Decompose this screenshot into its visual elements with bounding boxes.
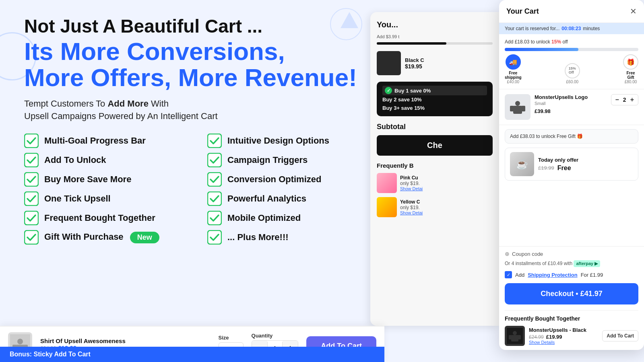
bg-freq-price: only $19.	[400, 205, 493, 210]
cart-panel-main: Your Cart ✕ Your cart is reserved for...…	[499, 0, 644, 350]
check-icon	[207, 172, 222, 187]
svg-rect-11	[208, 230, 221, 244]
svg-rect-2	[25, 153, 38, 167]
unlock-gift-bar: Add £38.03 to unlock Free Gift 🎁	[505, 129, 638, 144]
fbt-add-to-cart-button[interactable]: Add To Cart	[602, 330, 638, 341]
shipping-protection-checkbox[interactable]: ✓	[505, 271, 512, 278]
feature-frequent: Frequent Bought Together	[24, 211, 191, 225]
bg-freq-item-pink: Pink Cu only $19. Show Detai	[377, 173, 493, 193]
check-icon	[24, 211, 39, 225]
checkout-button[interactable]: Checkout • £41.97	[505, 283, 638, 304]
feature-label: Multi-Goal Progress Bar	[44, 136, 146, 146]
bg-product-price: $19.95	[405, 63, 424, 70]
quantity-increase-button[interactable]: +	[630, 96, 635, 103]
coupon-icon: ⊕	[505, 251, 510, 257]
fbt-item-row: MonsterUpsells - Black £24.99 £19.99 Sho…	[505, 326, 638, 346]
svg-rect-9	[208, 211, 221, 225]
cart-panel-background: You... Add $3.99 t Black C $19.95 ✓ Buy …	[370, 12, 499, 326]
feature-conversion: Conversion Optimized	[207, 172, 374, 187]
feature-label: Powerful Analytics	[227, 193, 306, 204]
fbt-item-info: MonsterUpsells - Black £24.99 £19.99 Sho…	[529, 327, 598, 345]
check-icon	[24, 134, 39, 148]
feature-gift-label: Gift With Purchase New	[44, 232, 159, 243]
bg-freq-price: only $19.	[400, 181, 493, 186]
feature-one-tick: One Tick Upsell	[24, 191, 191, 206]
cart-title: Your Cart	[506, 7, 539, 16]
milestone-free-gift: 🎁 FreeGift £80.00	[623, 54, 638, 84]
fbt-show-details[interactable]: Show Details	[529, 340, 598, 345]
frequently-bought-together-section: Frequently Bought Together Monst	[505, 310, 638, 346]
svg-point-23	[17, 339, 23, 344]
svg-rect-16	[521, 106, 525, 111]
svg-rect-3	[208, 153, 221, 167]
quantity-value: 2	[623, 97, 626, 103]
new-badge: New	[130, 232, 159, 243]
buy-save-item-2: Buy 2 save 10%	[382, 95, 487, 104]
sticky-quantity-label: Quantity	[252, 333, 299, 339]
feature-label: Conversion Optimized	[227, 174, 321, 185]
feature-intuitive: Intuitive Design Options	[207, 134, 374, 148]
shipping-protection-link[interactable]: Shipping Protection	[528, 272, 578, 278]
today-offer-info: Today only offer £19.99 Free	[538, 157, 633, 172]
feature-label: Intuitive Design Options	[227, 136, 329, 146]
today-offer-section: ☕ Today only offer £19.99 Free	[505, 148, 638, 181]
milestone-icon-gift: 🎁	[623, 54, 638, 70]
svg-rect-14	[513, 106, 522, 114]
cart-quantity-control: − 2 +	[611, 94, 638, 105]
cart-item-row: MonsterUpsells Logo Small £39.98 − 2 +	[499, 89, 644, 125]
bg-freq-image-yellow	[377, 197, 397, 217]
afterpay-badge: afterpay ▶	[574, 260, 600, 267]
bg-freq-info-pink: Pink Cu only $19. Show Detai	[400, 175, 493, 191]
check-icon	[24, 172, 39, 187]
svg-rect-4	[25, 173, 38, 186]
check-icon	[207, 153, 222, 167]
check-icon	[24, 230, 39, 245]
check-icon	[207, 191, 222, 206]
feature-mobile: Mobile Optimized	[207, 211, 374, 225]
svg-rect-0	[25, 134, 38, 148]
milestone-shipping: 🚚 Freeshipping £40.00	[505, 54, 522, 84]
svg-rect-6	[25, 192, 38, 206]
feature-analytics: Powerful Analytics	[207, 191, 374, 206]
cart-progress-section: Add £18.03 to unlock 15% off 🚚 Freeshipp…	[499, 34, 644, 89]
cart-timer-bar: Your cart is reserved for... 00:08:23 mi…	[499, 23, 644, 34]
bg-cart-title: You...	[377, 20, 493, 29]
coupon-label[interactable]: Coupon code	[512, 251, 543, 257]
feature-label: Buy More Save More	[44, 174, 131, 185]
headline-line2: Its More Conversions, More Offers, More …	[24, 38, 374, 90]
bg-frequently-label: Frequently B	[377, 162, 493, 169]
fbt-item-name: MonsterUpsells - Black	[529, 327, 598, 333]
bg-checkout-btn[interactable]: Che	[377, 135, 493, 156]
unlock-percent: 15%	[551, 39, 561, 45]
svg-rect-1	[208, 134, 221, 148]
bg-product-image	[377, 51, 401, 75]
today-offer-label: Today only offer	[538, 157, 633, 163]
buy-save-box: ✓ Buy 1 save 0% Buy 2 save 10% Buy 3+ sa…	[377, 82, 493, 116]
coupon-row: ⊕ Coupon code	[505, 251, 638, 257]
check-icon	[207, 211, 222, 225]
milestone-label: Freeshipping	[505, 71, 522, 80]
bg-show-details[interactable]: Show Detai	[400, 186, 493, 191]
milestone-amount: £40.00	[507, 80, 520, 84]
feature-label: ... Plus More!!!	[227, 232, 289, 243]
bg-freq-name: Yellow C	[400, 199, 493, 205]
svg-rect-5	[208, 173, 221, 186]
cart-item-variant: Small	[535, 101, 607, 106]
buy-save-item-3: Buy 3+ save 15%	[382, 104, 487, 112]
check-icon	[207, 134, 222, 148]
cart-item-price: £39.98	[535, 108, 607, 114]
sticky-size-label: Size	[219, 335, 244, 341]
milestone-15off: 15%Off £60.00	[565, 63, 580, 84]
cart-item-name: MonsterUpsells Logo	[535, 94, 607, 100]
shipping-protection-row[interactable]: ✓ Add Shipping Protection For £1.99	[505, 271, 638, 278]
svg-rect-7	[208, 192, 221, 206]
svg-rect-15	[510, 106, 514, 111]
cart-close-button[interactable]: ✕	[630, 6, 637, 16]
quantity-decrease-button[interactable]: −	[615, 96, 620, 103]
bg-progress-bar-container	[377, 42, 493, 45]
feature-gift: Gift With Purchase New	[24, 230, 191, 245]
bg-freq-item-yellow: Yellow C only $19. Show Detai	[377, 197, 493, 217]
bg-show-details[interactable]: Show Detai	[400, 210, 493, 215]
svg-point-13	[515, 101, 520, 106]
installments-row: Or 4 installments of £10.49 with afterpa…	[505, 260, 638, 267]
